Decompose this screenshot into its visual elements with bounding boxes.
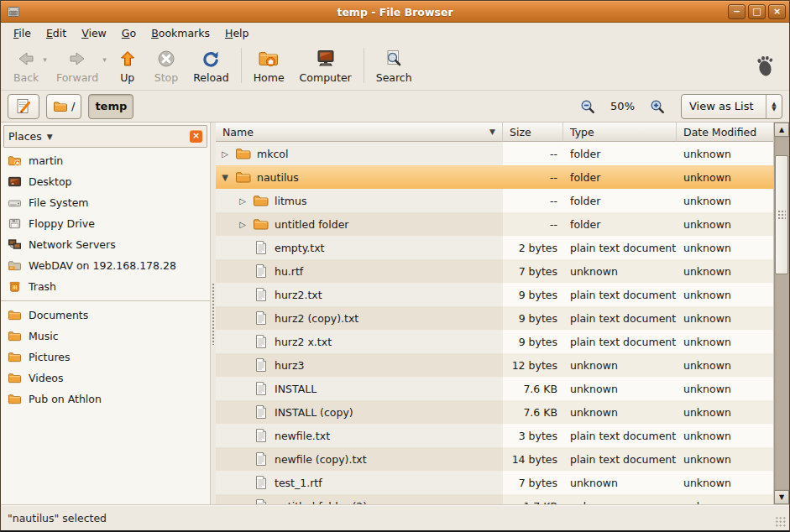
column-header-type[interactable]: Type (563, 123, 677, 142)
stop-button[interactable]: Stop (147, 46, 186, 86)
scrollbar-trough[interactable] (774, 137, 789, 490)
file-size-cell: -- (503, 212, 563, 236)
table-row[interactable]: hurz312 bytesunknownunknown (216, 353, 773, 377)
file-name-cell[interactable]: ▼nautilus (216, 165, 503, 189)
sidebar-item-pictures[interactable]: Pictures (1, 347, 210, 368)
maximize-button[interactable]: □ (748, 4, 766, 19)
forward-dropdown-icon[interactable]: ▾ (102, 55, 107, 64)
close-button[interactable]: × (768, 4, 786, 19)
minimize-button[interactable]: − (728, 4, 746, 19)
scroll-up-icon[interactable]: ▲ (774, 123, 789, 137)
file-name-cell[interactable]: untitled folder (2) (216, 494, 503, 504)
sidebar-item-trash[interactable]: Trash (1, 276, 210, 297)
sidebar-item-label: Desktop (29, 175, 72, 188)
vertical-scrollbar[interactable]: ▲ ▼ (773, 123, 789, 504)
sidebar-item-floppy[interactable]: Floppy Drive (1, 213, 210, 234)
table-row[interactable]: untitled folder (2)1.7 KBunknownunknown (216, 494, 773, 504)
sidebar-item-label: Network Servers (29, 238, 116, 251)
sidebar-item-file-system[interactable]: File System (1, 192, 210, 213)
sidebar-item-network[interactable]: Network Servers (1, 234, 210, 255)
file-type-cell: plain text document (563, 236, 677, 259)
file-date-cell: unknown (677, 400, 773, 424)
file-name-cell[interactable]: empty.txt (216, 236, 503, 259)
file-name-cell[interactable]: hurz2 (copy).txt (216, 306, 503, 330)
file-size-cell: -- (503, 142, 563, 165)
zoom-in-icon[interactable] (649, 98, 666, 115)
column-header-name[interactable]: Name ▼ (216, 123, 503, 142)
table-row[interactable]: ▷mkcol--folderunknown (216, 142, 773, 165)
expander-collapsed-icon[interactable]: ▷ (238, 196, 248, 206)
file-name-cell[interactable]: hurz3 (216, 353, 503, 377)
file-name-cell[interactable]: hu.rtf (216, 259, 503, 283)
computer-button[interactable]: Computer (292, 46, 359, 86)
table-row[interactable]: hu.rtf7 bytesunknownunknown (216, 259, 773, 283)
file-name-cell[interactable]: INSTALL (copy) (216, 400, 503, 424)
current-path-button[interactable]: temp (88, 94, 133, 119)
home-button[interactable]: Home (246, 46, 292, 86)
file-name-cell[interactable]: ▷mkcol (216, 142, 503, 165)
table-row[interactable]: empty.txt2 bytesplain text documentunkno… (216, 236, 773, 259)
back-dropdown-icon[interactable]: ▾ (43, 55, 47, 64)
resize-grip[interactable] (775, 516, 787, 528)
table-row[interactable]: hurz2 (copy).txt9 bytesplain text docume… (216, 306, 773, 330)
table-row[interactable]: newfile (copy).txt14 bytesplain text doc… (216, 447, 773, 471)
file-name-cell[interactable]: ▷litmus (216, 189, 503, 212)
file-name-cell[interactable]: hurz2.txt (216, 283, 503, 306)
toggle-location-entry-button[interactable] (8, 94, 39, 119)
zoom-out-icon[interactable] (579, 98, 596, 115)
up-button[interactable]: Up (108, 46, 147, 86)
sidebar-item-music[interactable]: Music (1, 326, 210, 347)
hard-drive-icon (8, 196, 22, 209)
file-type-cell: folder (563, 189, 677, 212)
reload-button[interactable]: Reload (186, 46, 237, 86)
view-mode-selector[interactable]: View as List ▲▼ (681, 94, 782, 119)
sidebar-item-label: Music (29, 330, 59, 342)
sidebar-item-webdav[interactable]: WebDAV on 192.168.178.28 (1, 255, 210, 276)
sidebar-item-documents[interactable]: Documents (1, 305, 210, 326)
back-button[interactable]: Back (6, 46, 46, 86)
menu-file[interactable]: File (6, 24, 39, 42)
column-header-date-modified[interactable]: Date Modified (677, 123, 773, 142)
forward-button[interactable]: Forward (49, 46, 106, 86)
file-name-cell[interactable]: hurz2 x.txt (216, 330, 503, 353)
table-row[interactable]: hurz2 x.txt9 bytesplain text documentunk… (216, 330, 773, 353)
file-name-cell[interactable]: ▷untitled folder (216, 212, 503, 236)
up-label: Up (120, 71, 134, 84)
scrollbar-thumb[interactable] (775, 155, 788, 274)
spinner-arrows-icon[interactable]: ▲▼ (766, 95, 782, 118)
places-header[interactable]: Places ▼ × (3, 125, 207, 148)
table-row[interactable]: INSTALL7.6 KBunknownunknown (216, 377, 773, 400)
sidebar-item-videos[interactable]: Videos (1, 368, 210, 389)
menu-edit[interactable]: Edit (39, 24, 74, 42)
root-path-button[interactable]: / (46, 94, 81, 119)
titlebar[interactable]: temp - File Browser − □ × (1, 1, 789, 23)
menu-help[interactable]: Help (217, 24, 257, 42)
menu-view[interactable]: View (74, 24, 114, 42)
expander-collapsed-icon[interactable]: ▷ (238, 220, 248, 229)
root-label: / (71, 100, 75, 112)
column-header-size[interactable]: Size (503, 123, 563, 142)
file-name-cell[interactable]: INSTALL (216, 377, 503, 400)
close-sidebar-button[interactable]: × (190, 130, 202, 143)
sidebar-item-desktop[interactable]: Desktop (1, 171, 210, 192)
sidebar-item-home[interactable]: martin (1, 150, 210, 171)
table-row[interactable]: hurz2.txt9 bytesplain text documentunkno… (216, 283, 773, 306)
expander-collapsed-icon[interactable]: ▷ (220, 149, 230, 159)
file-rows: ▷mkcol--folderunknown▼nautilus--folderun… (216, 142, 773, 504)
table-row[interactable]: ▷litmus--folderunknown (216, 189, 773, 212)
sidebar-item-pub-on-athlon[interactable]: Pub on Athlon (1, 389, 210, 409)
file-type-cell: plain text document (563, 283, 677, 306)
file-name-cell[interactable]: test_1.rtf (216, 471, 503, 494)
table-row[interactable]: ▼nautilus--folderunknown (216, 165, 773, 189)
scroll-down-icon[interactable]: ▼ (774, 490, 789, 504)
table-row[interactable]: INSTALL (copy)7.6 KBunknownunknown (216, 400, 773, 424)
expander-expanded-icon[interactable]: ▼ (220, 173, 230, 182)
file-name-cell[interactable]: newfile.txt (216, 424, 503, 447)
menu-go[interactable]: Go (114, 24, 144, 42)
file-name-cell[interactable]: newfile (copy).txt (216, 447, 503, 471)
table-row[interactable]: ▷untitled folder--folderunknown (216, 212, 773, 236)
search-button[interactable]: Search (369, 46, 420, 86)
table-row[interactable]: newfile.txt3 bytesplain text documentunk… (216, 424, 773, 447)
table-row[interactable]: test_1.rtf7 bytesunknownunknown (216, 471, 773, 494)
menu-bookmarks[interactable]: Bookmarks (144, 24, 217, 42)
